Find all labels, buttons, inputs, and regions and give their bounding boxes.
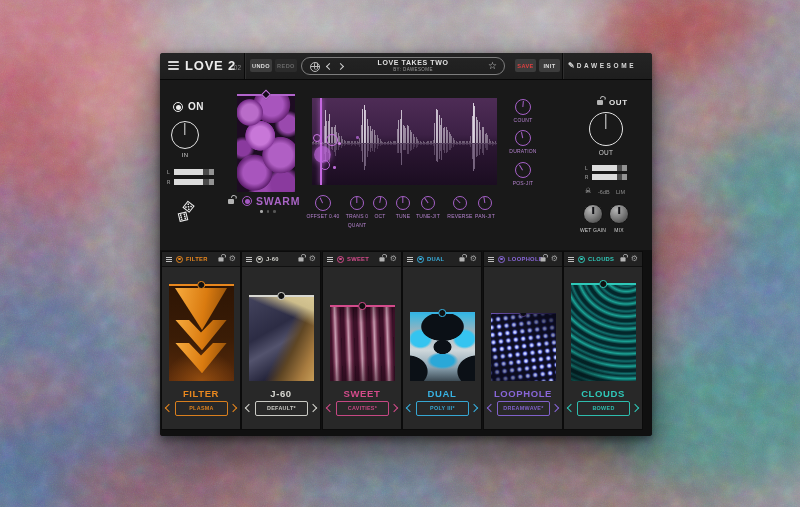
- gear-icon[interactable]: ⚙: [229, 255, 236, 263]
- module-slider-handle[interactable]: [438, 309, 446, 317]
- module-slider-handle[interactable]: [599, 280, 607, 288]
- out-gain-knob[interactable]: [589, 112, 623, 146]
- module-slider-handle[interactable]: [358, 302, 366, 310]
- tune-jitter-knob-label: TUNE-JIT: [411, 213, 445, 219]
- preset-browser[interactable]: LOVE TAKES TWO BY: DAWESOME ☆: [301, 57, 505, 75]
- module-title: CLOUDS: [588, 256, 614, 262]
- hamburger-icon[interactable]: [488, 257, 494, 264]
- save-button[interactable]: SAVE: [515, 59, 536, 72]
- hamburger-icon[interactable]: [168, 61, 179, 70]
- position-jitter-knob[interactable]: [515, 162, 531, 178]
- gear-icon[interactable]: ⚙: [309, 255, 316, 263]
- preset-title: LOVE TAKES TWO: [352, 59, 474, 66]
- chevron-right-icon[interactable]: [631, 404, 639, 412]
- oct-knob[interactable]: [373, 196, 387, 210]
- power-icon[interactable]: [173, 102, 183, 112]
- wet-gain-knob[interactable]: [583, 204, 603, 224]
- chevron-left-icon[interactable]: [326, 62, 333, 69]
- tune-jitter-knob[interactable]: [421, 196, 435, 210]
- module-radio-icon[interactable]: [498, 256, 505, 263]
- swarm-slider-handle[interactable]: [261, 90, 271, 100]
- init-button[interactable]: INIT: [539, 59, 560, 72]
- chevron-left-icon[interactable]: [245, 404, 253, 412]
- module-artwork[interactable]: [249, 296, 314, 381]
- module-header: J-60 ⚙: [242, 252, 320, 267]
- open-lock-icon[interactable]: [298, 257, 303, 261]
- in-gain-knob[interactable]: [171, 121, 199, 149]
- open-lock-icon[interactable]: [228, 199, 234, 204]
- module-radio-icon[interactable]: [176, 256, 183, 263]
- module-radio-icon[interactable]: [256, 256, 263, 263]
- chevron-left-icon[interactable]: [165, 404, 173, 412]
- gear-icon[interactable]: ⚙: [551, 255, 558, 263]
- open-lock-icon[interactable]: [218, 257, 223, 261]
- module-slider-handle[interactable]: [277, 292, 285, 300]
- undo-button[interactable]: UNDO: [250, 59, 272, 72]
- swarm-artwork[interactable]: [237, 95, 295, 192]
- input-meter-left: [174, 169, 214, 175]
- gear-icon[interactable]: ⚙: [631, 255, 638, 263]
- module-radio-icon[interactable]: [337, 256, 344, 263]
- module-artwork[interactable]: [410, 313, 475, 381]
- limiter-toggle[interactable]: LIM: [616, 189, 625, 195]
- headroom-toggle[interactable]: -6dB: [598, 189, 610, 195]
- reverse-knob[interactable]: [453, 196, 467, 210]
- module-slider-handle[interactable]: [519, 313, 527, 317]
- module-preset-selector[interactable]: POLY III*: [416, 401, 469, 416]
- skull-icon[interactable]: ☠: [585, 187, 591, 194]
- chevron-right-icon[interactable]: [390, 404, 398, 412]
- redo-button[interactable]: REDO: [275, 59, 297, 72]
- module-artwork[interactable]: [491, 313, 556, 381]
- dice-icon[interactable]: ⚄⚅: [177, 201, 201, 227]
- module-preset-selector[interactable]: BOWED: [577, 401, 630, 416]
- module-artwork[interactable]: [169, 285, 234, 381]
- mix-knob[interactable]: [609, 204, 629, 224]
- waveform-display[interactable]: [312, 98, 497, 185]
- chevron-left-icon[interactable]: [487, 404, 495, 412]
- swarm-page-dots[interactable]: [260, 210, 276, 213]
- open-lock-icon[interactable]: [379, 257, 384, 261]
- module-artwork[interactable]: [571, 284, 636, 381]
- module-name: LOOPHOLE: [484, 388, 562, 399]
- module-title: DUAL: [427, 256, 444, 262]
- quant-label[interactable]: QUANT: [340, 222, 374, 228]
- swarm-radio-icon[interactable]: [242, 196, 252, 206]
- count-knob[interactable]: [515, 99, 531, 115]
- module-card-j60: J-60 ⚙ J-60 DEFAULT*: [242, 252, 320, 429]
- open-lock-icon[interactable]: [597, 100, 603, 105]
- open-lock-icon[interactable]: [459, 257, 464, 261]
- module-preset-selector[interactable]: CAVITIES*: [336, 401, 389, 416]
- hamburger-icon[interactable]: [327, 257, 333, 264]
- trans-knob[interactable]: [350, 196, 364, 210]
- gear-icon[interactable]: ⚙: [390, 255, 397, 263]
- chevron-left-icon[interactable]: [567, 404, 575, 412]
- open-lock-icon[interactable]: [540, 257, 545, 261]
- chevron-right-icon[interactable]: [229, 404, 237, 412]
- hamburger-icon[interactable]: [166, 257, 172, 264]
- module-artwork[interactable]: [330, 306, 395, 381]
- gear-icon[interactable]: ⚙: [470, 255, 477, 263]
- hamburger-icon[interactable]: [246, 257, 252, 264]
- chevron-right-icon[interactable]: [337, 62, 344, 69]
- module-preset-selector[interactable]: PLASMA: [175, 401, 228, 416]
- hamburger-icon[interactable]: [407, 257, 413, 264]
- globe-icon[interactable]: [310, 62, 320, 72]
- chevron-right-icon[interactable]: [309, 404, 317, 412]
- playhead[interactable]: [320, 98, 322, 185]
- hamburger-icon[interactable]: [568, 257, 574, 264]
- chevron-right-icon[interactable]: [551, 404, 559, 412]
- tune-knob[interactable]: [396, 196, 410, 210]
- chevron-right-icon[interactable]: [470, 404, 478, 412]
- module-slider-handle[interactable]: [197, 281, 205, 289]
- open-lock-icon[interactable]: [620, 257, 625, 261]
- pan-jitter-knob[interactable]: [478, 196, 492, 210]
- chevron-left-icon[interactable]: [326, 404, 334, 412]
- module-radio-icon[interactable]: [417, 256, 424, 263]
- module-preset-selector[interactable]: DEFAULT*: [255, 401, 308, 416]
- star-icon[interactable]: ☆: [488, 60, 497, 71]
- offset-knob[interactable]: [315, 195, 331, 211]
- chevron-left-icon[interactable]: [406, 404, 414, 412]
- duration-knob[interactable]: [515, 130, 531, 146]
- module-preset-selector[interactable]: DREAMWAVE*: [497, 401, 550, 416]
- module-radio-icon[interactable]: [578, 256, 585, 263]
